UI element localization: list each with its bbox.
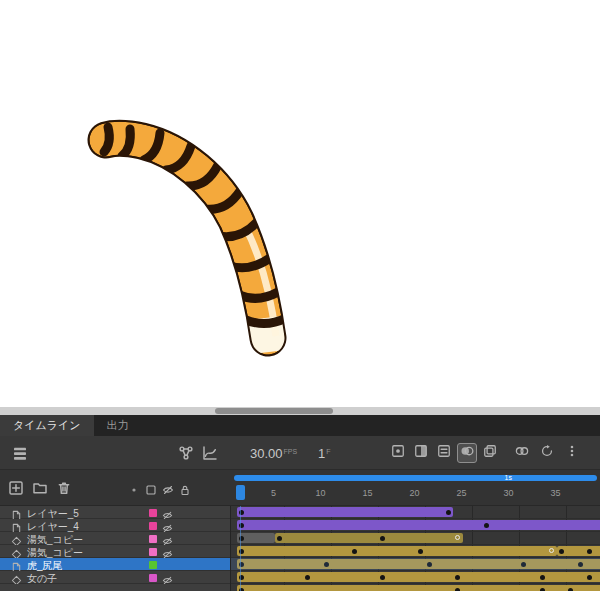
keyframe[interactable]: [352, 549, 357, 554]
tab-output[interactable]: 出力: [94, 415, 142, 436]
keyframe[interactable]: [305, 575, 310, 580]
keyframe[interactable]: [418, 549, 423, 554]
onion-skin-range-button[interactable]: [512, 443, 532, 463]
sq-half-icon: [414, 444, 428, 462]
layer-list: レイヤー_5レイヤー_4湯気_コピー湯気_コピー虎_尻尾女の子: [0, 506, 230, 591]
layer-hidden-eye-slash-icon[interactable]: [162, 572, 173, 583]
frame-row[interactable]: [231, 571, 600, 584]
layer-hidden-eye-slash-icon[interactable]: [162, 546, 173, 557]
diamond-layer-icon: [11, 533, 22, 544]
folder-icon: [32, 482, 48, 499]
onion-skin-button[interactable]: [457, 443, 477, 463]
frame-row[interactable]: [231, 506, 600, 519]
frame-counter-value: 1: [318, 446, 325, 461]
canvas-stage[interactable]: [0, 0, 600, 407]
timeline-rows: レイヤー_5レイヤー_4湯気_コピー湯気_コピー虎_尻尾女の子: [0, 506, 600, 591]
insert-frame-button[interactable]: [434, 443, 454, 463]
add-layer-button[interactable]: [8, 480, 24, 496]
keyframe[interactable]: [587, 575, 592, 580]
frame-counter: 1F: [318, 446, 331, 461]
insert-blank-keyframe-button[interactable]: [411, 443, 431, 463]
panel-resize-handle[interactable]: [215, 408, 333, 414]
rig-mapping-button[interactable]: [178, 445, 194, 461]
graph-icon: [202, 447, 218, 464]
tween-span[interactable]: [237, 520, 600, 530]
layer-color-swatch[interactable]: [149, 574, 157, 582]
keyframe[interactable]: [484, 523, 489, 528]
layer-row[interactable]: レイヤー_5: [0, 506, 230, 519]
graph-editor-button[interactable]: [202, 445, 218, 461]
playhead[interactable]: [236, 485, 245, 500]
layer-color-swatch[interactable]: [149, 535, 157, 543]
keyframe[interactable]: [587, 549, 592, 554]
tween-span[interactable]: [275, 533, 463, 543]
ruler-number: 30: [504, 488, 514, 498]
ruler-number: 5: [271, 488, 276, 498]
eye-slash-icon: [162, 482, 174, 499]
tween-span[interactable]: [237, 572, 600, 582]
onion-range-icon: [515, 444, 529, 462]
layer-color-swatch[interactable]: [149, 522, 157, 530]
layer-row[interactable]: 虎_尻尾: [0, 558, 230, 571]
timeline-menu-button[interactable]: [562, 443, 582, 463]
ruler-number: 20: [410, 488, 420, 498]
visibility-column[interactable]: [162, 482, 174, 494]
edit-multiple-frames-button[interactable]: [480, 443, 500, 463]
frame-row[interactable]: [231, 584, 600, 591]
ruler-number: 35: [551, 488, 561, 498]
tween-span[interactable]: [237, 507, 453, 517]
sq-dot-icon: [391, 444, 405, 462]
keyframe[interactable]: [277, 536, 282, 541]
layer-row[interactable]: 女の子: [0, 571, 230, 584]
layers-header: 1s 5101520253035: [0, 470, 600, 506]
outline-column[interactable]: [145, 482, 157, 494]
tween-span[interactable]: [237, 585, 600, 591]
layer-color-swatch[interactable]: [149, 548, 157, 556]
page-layer-icon: [11, 507, 22, 518]
trash-icon: [56, 482, 72, 499]
layers-panel-button[interactable]: [12, 445, 28, 461]
layer-row[interactable]: [0, 584, 230, 591]
diamond-layer-icon: [11, 546, 22, 557]
panel-resize-bar[interactable]: [0, 407, 600, 415]
add-folder-button[interactable]: [32, 480, 48, 496]
frame-row[interactable]: [231, 558, 600, 571]
diamond-layer-icon: [11, 572, 22, 583]
layer-hidden-eye-slash-icon[interactable]: [162, 507, 173, 518]
layer-row[interactable]: 湯気_コピー: [0, 532, 230, 545]
layer-hidden-eye-slash-icon[interactable]: [162, 520, 173, 531]
tiger-tail-drawing: [0, 0, 600, 407]
frames-area[interactable]: [230, 506, 600, 591]
keyframe[interactable]: [446, 510, 451, 515]
tab-timeline[interactable]: タイムライン: [0, 415, 94, 436]
lock-icon: [179, 482, 191, 499]
timeline-panel: タイムライン 出力 30.00FPS 1F 1s 5101520253035 レ…: [0, 415, 600, 591]
insert-keyframe-button[interactable]: [388, 443, 408, 463]
ruler-number: 10: [316, 488, 326, 498]
frame-row[interactable]: [231, 519, 600, 532]
loop-icon: [540, 444, 554, 462]
ruler-number: 25: [457, 488, 467, 498]
multiframe-icon: [483, 444, 497, 462]
frame-row[interactable]: [231, 545, 600, 558]
active-layer-column[interactable]: [128, 482, 140, 494]
keyframe[interactable]: [540, 575, 545, 580]
timeline-scrollbar[interactable]: [234, 475, 597, 481]
frame-row[interactable]: [231, 532, 600, 545]
tween-span[interactable]: [237, 546, 557, 556]
layers-icon: [12, 447, 28, 464]
layer-color-swatch[interactable]: [149, 509, 157, 517]
lock-column[interactable]: [179, 482, 191, 494]
layer-color-swatch[interactable]: [149, 561, 157, 569]
menu-icon: [565, 444, 579, 462]
loop-button[interactable]: [537, 443, 557, 463]
layer-hidden-eye-slash-icon[interactable]: [162, 533, 173, 544]
layer-row[interactable]: 湯気_コピー: [0, 545, 230, 558]
fps-display[interactable]: 30.00FPS: [250, 446, 297, 461]
timeline-toolbar: 30.00FPS 1F: [0, 436, 600, 470]
panel-tab-bar: タイムライン 出力: [0, 415, 600, 436]
sq-outline-icon: [145, 482, 157, 499]
keyframe[interactable]: [559, 549, 564, 554]
delete-layer-button[interactable]: [56, 480, 72, 496]
layer-row[interactable]: レイヤー_4: [0, 519, 230, 532]
